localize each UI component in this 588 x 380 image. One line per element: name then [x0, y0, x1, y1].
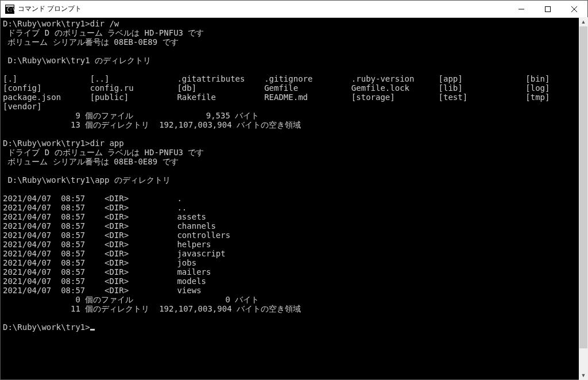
window-title: コマンド プロンプト: [18, 4, 508, 14]
output-line: 2021/04/07 08:57 <DIR> views: [3, 286, 202, 295]
output-line: 2021/04/07 08:57 <DIR> javascript: [3, 249, 226, 258]
output-line: 2021/04/07 08:57 <DIR> jobs: [3, 258, 196, 267]
output-line: 11 個のディレクトリ 192,107,003,904 バイトの空き領域: [3, 304, 301, 313]
output-line: [config] config.ru [db] Gemfile Gemfile.…: [3, 83, 550, 93]
svg-rect-4: [546, 6, 551, 11]
output-line: ボリューム シリアル番号は 08EB-0E89 です: [3, 37, 179, 47]
output-line: ドライブ D のボリューム ラベルは HD-PNFU3 です: [3, 148, 204, 157]
output-line: 2021/04/07 08:57 <DIR> channels: [3, 221, 216, 231]
output-line: [vendor]: [3, 102, 41, 111]
maximize-button[interactable]: [535, 1, 561, 17]
output-line: D:\Ruby\work\try1>dir /w: [3, 19, 119, 28]
output-line: D:\Ruby\work\try1\app のディレクトリ: [3, 175, 171, 185]
titlebar[interactable]: C:\ コマンド プロンプト: [1, 1, 587, 18]
svg-text:C:\: C:\: [7, 7, 14, 13]
vertical-scrollbar[interactable]: ▲ ▼: [579, 17, 588, 380]
output-line: 0 個のファイル 0 バイト: [3, 295, 259, 304]
output-line: 2021/04/07 08:57 <DIR> ..: [3, 203, 187, 212]
output-line: D:\Ruby\work\try1 のディレクトリ: [3, 56, 151, 65]
output-line: 2021/04/07 08:57 <DIR> mailers: [3, 267, 211, 277]
output-line: 13 個のディレクトリ 192,107,003,904 バイトの空き領域: [3, 120, 301, 129]
output-line: [.] [..] .gitattributes .gitignore .ruby…: [3, 74, 550, 83]
cmd-icon: C:\: [5, 5, 14, 14]
output-line: package.json [public] Rakefile README.md…: [3, 93, 550, 102]
output-line: 2021/04/07 08:57 <DIR> helpers: [3, 240, 211, 249]
output-line: 2021/04/07 08:57 <DIR> assets: [3, 212, 206, 221]
cursor-icon: [90, 329, 95, 331]
output-line: 2021/04/07 08:57 <DIR> .: [3, 194, 182, 203]
output-line: D:\Ruby\work\try1>dir app: [3, 139, 124, 148]
scroll-up-icon[interactable]: ▲: [579, 17, 588, 26]
output-line: 9 個のファイル 9,535 バイト: [3, 111, 259, 120]
scrollbar-thumb[interactable]: [579, 26, 587, 348]
command-prompt-window: C:\ コマンド プロンプト D:\Ruby\work\try1>dir /w …: [0, 0, 588, 380]
minimize-button[interactable]: [508, 1, 535, 17]
output-line: 2021/04/07 08:57 <DIR> models: [3, 277, 206, 286]
terminal-output[interactable]: D:\Ruby\work\try1>dir /w ドライブ D のボリューム ラ…: [1, 18, 587, 379]
output-line: ドライブ D のボリューム ラベルは HD-PNFU3 です: [3, 28, 204, 37]
scroll-down-icon[interactable]: ▼: [579, 371, 588, 380]
close-button[interactable]: [561, 1, 587, 17]
window-controls: [508, 1, 587, 17]
current-prompt: D:\Ruby\work\try1>: [3, 323, 90, 332]
svg-rect-1: [6, 5, 14, 7]
output-line: 2021/04/07 08:57 <DIR> controllers: [3, 231, 230, 240]
output-line: ボリューム シリアル番号は 08EB-0E89 です: [3, 157, 179, 166]
